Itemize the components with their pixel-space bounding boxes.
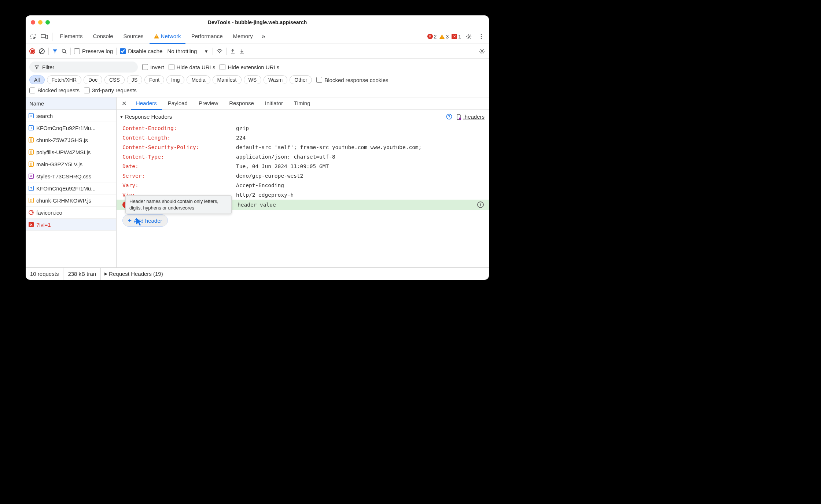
download-icon[interactable] (239, 48, 245, 54)
request-row[interactable]: favicon.ico (26, 207, 116, 219)
hide-extension-urls-checkbox[interactable]: Hide extension URLs (220, 64, 279, 70)
inspect-icon[interactable] (29, 32, 38, 41)
cursor-icon (135, 217, 144, 227)
request-row[interactable]: TKFOmCnqEu92Fr1Mu... (26, 182, 116, 194)
tab-elements[interactable]: Elements (55, 29, 87, 44)
chip-manifest[interactable]: Manifest (213, 75, 242, 84)
header-row: Content-Type:application/json; charset=u… (117, 152, 489, 162)
request-count: 10 requests (26, 268, 63, 280)
svg-line-7 (65, 52, 67, 53)
error-icon: ✕ (427, 34, 433, 39)
more-tabs-icon[interactable]: » (259, 32, 268, 41)
header-row: Content-Encoding:gzip (117, 123, 489, 133)
chip-font[interactable]: Font (144, 75, 164, 84)
subtab-timing[interactable]: Timing (289, 97, 315, 110)
close-details-icon[interactable]: ✕ (118, 100, 130, 107)
svg-point-13 (459, 118, 461, 120)
help-icon[interactable]: ? (446, 114, 452, 120)
filter-icon[interactable] (52, 48, 58, 54)
subtab-preview[interactable]: Preview (194, 97, 223, 110)
tab-memory[interactable]: Memory (229, 29, 257, 44)
detail-subtabs: ✕ Headers Payload Preview Response Initi… (117, 97, 489, 110)
settings-gear-icon[interactable] (479, 48, 485, 55)
blocked-cookies-checkbox[interactable]: Blocked response cookies (316, 77, 388, 83)
main-area: Name ≡search TKFOmCnqEu92Fr1Mu... {}chun… (26, 97, 489, 267)
preserve-log-checkbox[interactable]: Preserve log (74, 48, 113, 54)
filter-input[interactable]: Filter (29, 62, 138, 73)
status-bar: 10 requests 238 kB tran ▶Request Headers… (26, 267, 489, 280)
add-header-button[interactable]: +Add header (122, 214, 168, 227)
filter-bar: Filter Invert Hide data URLs Hide extens… (26, 59, 489, 97)
request-headers-toggle[interactable]: ▶Request Headers (19) (101, 271, 167, 277)
info-icon[interactable]: i (477, 201, 484, 208)
response-headers-section[interactable]: ▼Response Headers ? .headers (117, 110, 489, 123)
wifi-icon[interactable] (216, 48, 223, 55)
chip-all[interactable]: All (29, 75, 45, 84)
name-column-header[interactable]: Name (26, 97, 116, 110)
disable-cache-checkbox[interactable]: Disable cache (120, 48, 162, 54)
chip-media[interactable]: Media (187, 75, 210, 84)
search-icon[interactable] (61, 48, 67, 54)
svg-point-6 (62, 49, 66, 52)
header-row: Date:Tue, 04 Jun 2024 11:09:05 GMT (117, 162, 489, 171)
record-button[interactable] (29, 48, 35, 54)
tab-sources[interactable]: Sources (119, 29, 148, 44)
chip-wasm[interactable]: Wasm (264, 75, 287, 84)
detail-body: ▼Response Headers ? .headers Content-Enc… (117, 110, 489, 267)
more-icon[interactable]: ⋮ (476, 32, 486, 41)
window-title: DevTools - bubble-jingle.web.app/search (26, 19, 489, 25)
svg-rect-2 (46, 35, 48, 39)
svg-line-5 (40, 49, 44, 53)
chip-css[interactable]: CSS (104, 75, 125, 84)
throttling-select[interactable]: No throttling▾ (166, 48, 209, 55)
issue-count[interactable]: ✕1 (452, 34, 461, 40)
device-icon[interactable] (40, 32, 49, 41)
header-row: Vary:Accept-Encoding (117, 181, 489, 190)
header-row: Server:deno/gcp-europe-west2 (117, 171, 489, 181)
hide-data-urls-checkbox[interactable]: Hide data URLs (169, 64, 216, 70)
third-party-checkbox[interactable]: 3rd-party requests (84, 87, 137, 93)
request-row[interactable]: {}chunk-Z5WZJGHS.js (26, 134, 116, 146)
blocked-requests-checkbox[interactable]: Blocked requests (29, 87, 80, 93)
request-row[interactable]: ≡search (26, 110, 116, 122)
request-row[interactable]: {}main-G3PZY5LV.js (26, 158, 116, 170)
tab-console[interactable]: Console (89, 29, 118, 44)
chip-doc[interactable]: Doc (84, 75, 102, 84)
clear-icon[interactable] (38, 48, 45, 55)
warning-count[interactable]: 3 (439, 34, 449, 40)
settings-icon[interactable] (464, 32, 474, 41)
request-row-selected[interactable]: ✕?lvl=1 (26, 219, 116, 231)
subtab-initiator[interactable]: Initiator (260, 97, 288, 110)
svg-point-9 (481, 50, 483, 52)
validation-tooltip: Header names should contain only letters… (125, 195, 232, 214)
subtab-response[interactable]: Response (224, 97, 259, 110)
header-row: Content-Security-Policy:default-src 'sel… (117, 142, 489, 152)
chip-ws[interactable]: WS (244, 75, 262, 84)
svg-rect-1 (41, 34, 45, 38)
subtab-payload[interactable]: Payload (163, 97, 193, 110)
tab-performance[interactable]: Performance (187, 29, 227, 44)
invert-checkbox[interactable]: Invert (142, 64, 164, 70)
headers-file-link[interactable]: .headers (456, 114, 485, 120)
svg-text:?: ? (448, 115, 450, 119)
error-icon: ✕ (29, 222, 34, 227)
tab-network[interactable]: Network (150, 29, 185, 44)
type-chips: All Fetch/XHR Doc CSS JS Font Img Media … (29, 75, 312, 84)
header-row: Content-Length:224 (117, 133, 489, 142)
subtab-headers[interactable]: Headers (131, 97, 162, 110)
details-pane: ✕ Headers Payload Preview Response Initi… (117, 97, 489, 267)
chip-img[interactable]: Img (166, 75, 184, 84)
warning-icon (154, 34, 159, 38)
chip-fetch-xhr[interactable]: Fetch/XHR (47, 75, 81, 84)
request-row[interactable]: TKFOmCnqEu92Fr1Mu... (26, 122, 116, 134)
request-row[interactable]: #styles-T73CSHRQ.css (26, 170, 116, 182)
request-row[interactable]: {}chunk-GRHMKOWP.js (26, 194, 116, 207)
warning-icon (439, 34, 445, 39)
chip-other[interactable]: Other (290, 75, 312, 84)
favicon-icon (29, 210, 34, 215)
error-count[interactable]: ✕2 (427, 34, 437, 40)
upload-icon[interactable] (230, 48, 236, 54)
requests-sidebar: Name ≡search TKFOmCnqEu92Fr1Mu... {}chun… (26, 97, 117, 267)
request-row[interactable]: {}polyfills-UPW4ZMSI.js (26, 146, 116, 158)
chip-js[interactable]: JS (127, 75, 142, 84)
